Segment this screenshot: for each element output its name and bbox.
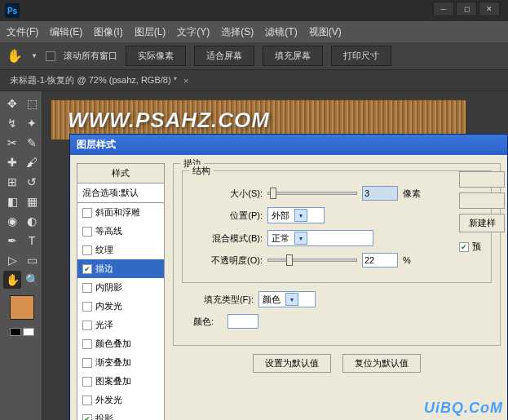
magic-wand-tool[interactable]: ✦	[23, 114, 41, 132]
style-gradient-overlay[interactable]: 渐变叠加	[77, 353, 164, 372]
slider-thumb[interactable]	[270, 188, 276, 199]
style-bevel-emboss[interactable]: 斜面和浮雕	[77, 203, 164, 222]
hand-tool[interactable]: ✋	[3, 271, 21, 289]
chevron-down-icon: ▾	[285, 293, 298, 306]
style-satin[interactable]: 光泽	[77, 316, 164, 334]
slider-thumb[interactable]	[286, 254, 293, 266]
watermark: UiBQ.CoM	[424, 400, 503, 417]
style-drop-shadow[interactable]: 投影	[77, 409, 164, 420]
opacity-unit: %	[403, 255, 411, 265]
crop-tool[interactable]: ✂	[3, 134, 21, 152]
menu-select[interactable]: 选择(S)	[221, 25, 254, 39]
position-select[interactable]: 外部 ▾	[267, 207, 325, 223]
style-pattern-overlay[interactable]: 图案叠加	[77, 372, 164, 391]
print-size-button[interactable]: 打印尺寸	[331, 46, 391, 66]
move-tool[interactable]: ✥	[3, 95, 21, 113]
size-unit: 像素	[403, 188, 421, 200]
path-selection-tool[interactable]: ▷	[3, 251, 21, 269]
menu-image[interactable]: 图像(I)	[94, 25, 122, 39]
checkbox[interactable]	[82, 283, 92, 293]
dialog-default-buttons: 设置为默认值 复位为默认值	[173, 354, 501, 373]
style-color-overlay[interactable]: 颜色叠加	[77, 334, 164, 353]
fill-type-select[interactable]: 颜色 ▾	[258, 291, 316, 307]
menu-view[interactable]: 视图(V)	[309, 25, 342, 39]
dialog-body: 样式 混合选项:默认 斜面和浮雕 等高线 纹理 描边 内阴影 内发光 光泽 颜色…	[70, 155, 507, 420]
settings-panel: 描边 结构 大小(S): 像素 位置(P): 外部 ▾	[173, 163, 501, 420]
eraser-tool[interactable]: ◧	[3, 192, 21, 210]
checkbox[interactable]	[82, 227, 92, 237]
zoom-tool[interactable]: 🔍	[23, 271, 41, 289]
shape-tool[interactable]: ▭	[23, 251, 41, 269]
checkbox[interactable]	[82, 339, 92, 349]
checkbox[interactable]	[82, 208, 92, 218]
minimize-button[interactable]: ─	[433, 2, 454, 16]
title-bar: Ps ─ ◻ ✕	[0, 0, 508, 21]
close-button[interactable]: ✕	[479, 2, 500, 16]
scroll-all-checkbox[interactable]	[46, 51, 55, 61]
maximize-button[interactable]: ◻	[456, 2, 477, 16]
brush-tool[interactable]: 🖌	[23, 153, 41, 171]
new-style-button[interactable]: 新建样	[459, 214, 505, 232]
app-logo: Ps	[5, 3, 20, 18]
styles-list: 斜面和浮雕 等高线 纹理 描边 内阴影 内发光 光泽 颜色叠加 渐变叠加 图案叠…	[77, 203, 165, 420]
size-slider[interactable]	[267, 192, 357, 195]
style-inner-glow[interactable]: 内发光	[77, 297, 164, 316]
checkbox[interactable]	[82, 396, 92, 405]
type-tool[interactable]: T	[23, 232, 41, 250]
menu-bar: 文件(F) 编辑(E) 图像(I) 图层(L) 文字(Y) 选择(S) 滤镜(T…	[0, 21, 508, 42]
checkbox[interactable]	[82, 358, 92, 368]
menu-layer[interactable]: 图层(L)	[135, 25, 166, 39]
lasso-tool[interactable]: ↯	[3, 114, 21, 132]
document-close-icon[interactable]: ×	[183, 76, 188, 86]
reset-default-button[interactable]: 复位为默认值	[342, 354, 421, 373]
blur-tool[interactable]: ◉	[3, 212, 21, 230]
set-default-button[interactable]: 设置为默认值	[253, 354, 331, 373]
blending-options-default[interactable]: 混合选项:默认	[77, 183, 165, 203]
menu-edit[interactable]: 编辑(E)	[50, 25, 82, 39]
stamp-tool[interactable]: ⊞	[3, 173, 21, 191]
gradient-tool[interactable]: ▦	[23, 192, 41, 210]
style-outer-glow[interactable]: 外发光	[77, 391, 164, 409]
blend-mode-value: 正常	[272, 232, 289, 245]
fit-screen-button[interactable]: 适合屏幕	[194, 46, 254, 66]
preview-checkbox[interactable]	[459, 242, 469, 252]
checkbox[interactable]	[82, 264, 92, 274]
stroke-color-swatch[interactable]	[227, 314, 258, 329]
checkbox[interactable]	[82, 245, 92, 255]
actual-pixels-button[interactable]: 实际像素	[126, 46, 186, 66]
preview-label: 预	[472, 241, 481, 253]
blend-mode-row: 混合模式(B): 正常 ▾	[191, 230, 483, 246]
pen-tool[interactable]: ✒	[3, 232, 21, 250]
menu-file[interactable]: 文件(F)	[7, 25, 38, 39]
size-label: 大小(S):	[191, 188, 263, 200]
dodge-tool[interactable]: ◐	[23, 212, 41, 230]
foreground-color-swatch[interactable]	[10, 295, 34, 320]
fill-screen-button[interactable]: 填充屏幕	[263, 46, 323, 66]
healing-tool[interactable]: ✚	[3, 153, 21, 171]
banner-text: WWW.PSAHZ.COM	[68, 108, 270, 133]
checkbox[interactable]	[82, 321, 92, 330]
tool-preset-dropdown[interactable]: ▼	[31, 52, 38, 60]
menu-filter[interactable]: 滤镜(T)	[265, 25, 297, 39]
dialog-title[interactable]: 图层样式	[70, 135, 507, 155]
checkbox[interactable]	[82, 302, 92, 312]
menu-type[interactable]: 文字(Y)	[177, 25, 210, 39]
opacity-input[interactable]	[362, 253, 398, 267]
marquee-tool[interactable]: ⬚	[23, 95, 41, 113]
cancel-button[interactable]	[459, 192, 505, 209]
ok-button[interactable]	[459, 171, 505, 188]
document-tab-title[interactable]: 未标题-1-恢复的 @ 72% (psahz, RGB/8) *	[10, 74, 177, 86]
color-row: 颜色:	[182, 314, 492, 329]
size-input[interactable]	[362, 186, 398, 201]
checkbox[interactable]	[82, 377, 92, 387]
default-colors[interactable]	[10, 328, 34, 336]
style-contour[interactable]: 等高线	[77, 222, 164, 241]
opacity-slider[interactable]	[267, 259, 357, 262]
blend-mode-select[interactable]: 正常 ▾	[267, 230, 373, 246]
style-inner-shadow[interactable]: 内阴影	[77, 278, 164, 297]
eyedropper-tool[interactable]: ✎	[23, 134, 41, 152]
history-brush-tool[interactable]: ↺	[23, 173, 41, 191]
style-stroke[interactable]: 描边	[77, 259, 164, 278]
checkbox[interactable]	[82, 414, 92, 421]
style-texture[interactable]: 纹理	[77, 241, 164, 259]
